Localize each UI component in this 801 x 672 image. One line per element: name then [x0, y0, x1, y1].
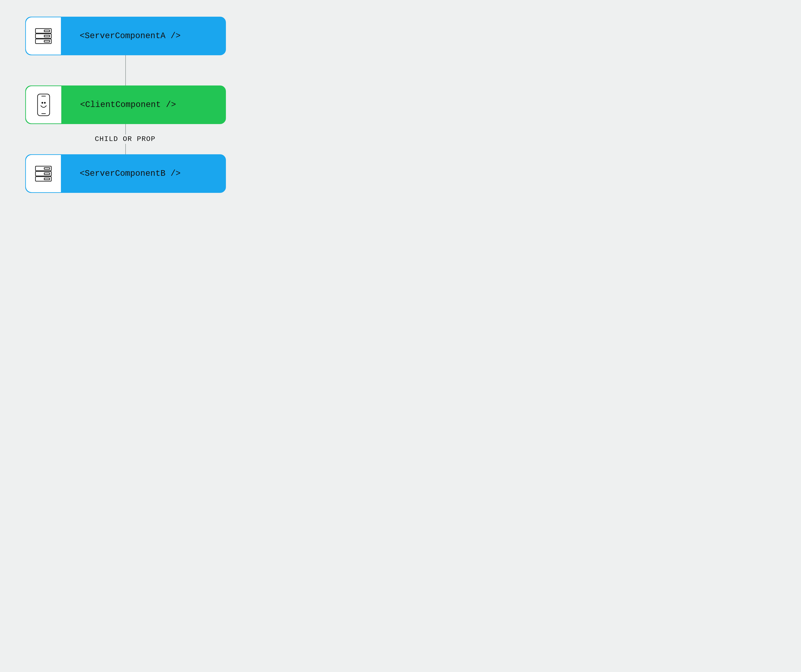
- client-icon: [26, 86, 61, 123]
- edge-bc-top: [125, 124, 126, 135]
- edge-ab: [125, 55, 126, 85]
- server-icon: [26, 17, 61, 55]
- node-label: <ServerComponentA />: [61, 17, 225, 55]
- svg-rect-13: [35, 176, 51, 181]
- svg-rect-1: [35, 34, 51, 38]
- svg-rect-0: [35, 29, 51, 33]
- svg-rect-3: [44, 30, 50, 32]
- svg-rect-12: [35, 172, 51, 176]
- node-label: <ClientComponent />: [61, 86, 225, 123]
- svg-rect-15: [44, 173, 50, 175]
- node-label: <ServerComponentB />: [61, 155, 225, 192]
- svg-point-10: [44, 102, 45, 103]
- node-server-component-a: <ServerComponentA />: [25, 17, 226, 55]
- diagram-canvas: CHILD OR PROP <ServerComponentA />: [0, 0, 250, 210]
- svg-rect-4: [44, 35, 50, 37]
- svg-point-9: [42, 102, 43, 103]
- server-icon: [26, 155, 61, 192]
- svg-rect-2: [35, 39, 51, 43]
- svg-rect-14: [44, 168, 50, 169]
- edge-bc-label: CHILD OR PROP: [0, 135, 250, 143]
- svg-rect-11: [35, 166, 51, 171]
- node-client-component: <ClientComponent />: [25, 85, 226, 124]
- svg-rect-16: [44, 178, 50, 180]
- node-server-component-b: <ServerComponentB />: [25, 154, 226, 193]
- svg-rect-6: [37, 94, 50, 116]
- svg-rect-5: [44, 40, 50, 42]
- edge-bc-bottom: [125, 144, 126, 154]
